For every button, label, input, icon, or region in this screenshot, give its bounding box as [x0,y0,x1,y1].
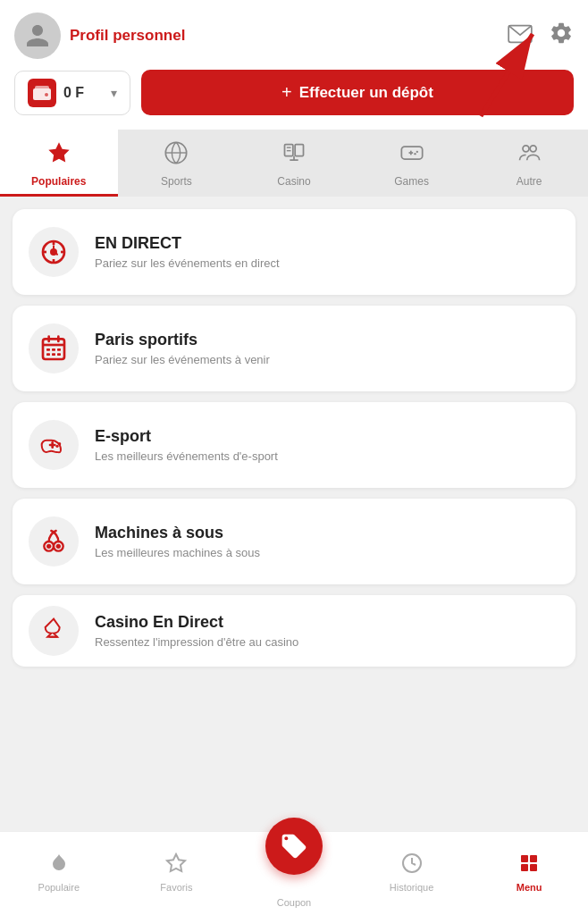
casino-direct-title: Casino En Direct [95,613,298,632]
profile-label[interactable]: Profil personnel [70,27,185,45]
bottom-menu-icon [518,852,540,879]
machines-text: Machines à sous Les meilleures machines … [95,524,260,559]
esport-subtitle: Les meilleurs événements d'e-sport [95,449,278,463]
coupon-button[interactable] [265,818,323,875]
wallet-icon [28,79,56,107]
tab-games[interactable]: Games [353,130,471,197]
sports-icon [164,140,189,172]
menu-card-en-direct[interactable]: EN DIRECT Pariez sur les événements en d… [13,209,575,295]
tab-sports-label: Sports [161,175,192,188]
deposit-plus: + [281,82,292,103]
header-left: Profil personnel [14,13,185,59]
deposit-label: Effectuer un dépôt [299,84,433,102]
svg-point-37 [55,445,58,448]
deposit-button[interactable]: + Effectuer un dépôt [141,70,574,115]
header: Profil personnel [0,0,588,70]
svg-rect-8 [295,145,303,156]
esport-icon-circle [29,420,79,470]
tab-populaires-label: Populaires [31,175,86,188]
bottom-nav-populaire[interactable]: Populaire [0,852,118,893]
bottom-menu-label: Menu [517,882,542,893]
menu-card-paris-sportifs[interactable]: Paris sportifs Pariez sur les événements… [13,306,575,391]
bottom-populaire-icon [48,852,70,879]
casino-direct-subtitle: Ressentez l'impression d'être au casino [95,635,298,649]
svg-rect-47 [530,864,537,871]
bottom-nav-menu[interactable]: Menu [470,852,588,893]
paris-sportifs-subtitle: Pariez sur les événements à venir [95,353,270,366]
svg-rect-31 [46,353,50,356]
esport-title: E-sport [95,427,278,446]
tab-autre[interactable]: Autre [470,130,588,197]
tab-populaires[interactable]: Populaires [0,130,118,197]
menu-card-machines[interactable]: Machines à sous Les meilleures machines … [13,499,575,584]
main-content: EN DIRECT Pariez sur les événements en d… [0,197,588,679]
paris-sportifs-icon-circle [29,323,79,374]
casino-direct-icon-circle [29,606,79,656]
svg-rect-46 [521,864,528,871]
bottom-favoris-icon [165,852,187,879]
balance-box[interactable]: 0 F ▾ [14,71,130,115]
bottom-populaire-label: Populaire [38,882,80,893]
bottom-nav-coupon[interactable]: Coupon [235,818,353,888]
esport-text: E-sport Les meilleurs événements d'e-spo… [95,427,278,463]
svg-rect-29 [52,348,55,351]
mail-icon[interactable] [508,22,533,50]
svg-point-41 [56,544,61,549]
games-icon [399,140,424,172]
casino-direct-text: Casino En Direct Ressentez l'impression … [95,613,298,649]
svg-point-36 [58,442,61,445]
bottom-nav: Populaire Favoris Coupon Historique [0,831,588,915]
balance-amount: 0 F [63,85,104,101]
svg-rect-28 [46,348,50,351]
machines-icon-circle [29,516,79,567]
en-direct-title: EN DIRECT [95,234,280,253]
machines-title: Machines à sous [95,524,260,542]
svg-rect-45 [530,855,537,862]
bottom-nav-historique[interactable]: Historique [353,852,471,893]
svg-rect-30 [57,348,61,351]
avatar[interactable] [14,13,61,59]
bottom-historique-icon [401,852,423,879]
en-direct-text: EN DIRECT Pariez sur les événements en d… [95,234,280,270]
bottom-favoris-label: Favoris [160,882,192,893]
tab-sports[interactable]: Sports [118,130,236,197]
populaires-icon [46,140,71,172]
svg-point-17 [530,146,536,152]
paris-sportifs-text: Paris sportifs Pariez sur les événements… [95,331,270,366]
tab-games-label: Games [394,175,429,188]
svg-point-16 [523,146,529,152]
en-direct-subtitle: Pariez sur les événements en direct [95,256,280,270]
menu-card-esport[interactable]: E-sport Les meilleurs événements d'e-spo… [13,402,575,488]
svg-rect-32 [52,353,55,356]
menu-card-casino-direct[interactable]: Casino En Direct Ressentez l'impression … [13,595,575,667]
paris-sportifs-title: Paris sportifs [95,331,270,349]
tab-autre-label: Autre [517,175,542,188]
bottom-coupon-label: Coupon [277,897,312,908]
nav-tabs: Populaires Sports Casino [0,130,588,197]
svg-point-14 [416,151,417,153]
svg-point-15 [414,153,416,155]
en-direct-icon-circle [29,227,79,277]
bottom-historique-label: Historique [390,882,434,893]
autre-icon [517,140,542,172]
header-icons [508,21,574,52]
svg-rect-33 [57,353,61,356]
machines-subtitle: Les meilleures machines à sous [95,546,260,559]
tab-casino[interactable]: Casino [235,130,353,197]
tab-casino-label: Casino [277,175,310,188]
svg-point-40 [46,544,51,549]
settings-icon[interactable] [549,21,574,52]
svg-marker-42 [167,854,185,871]
balance-row: 0 F ▾ + Effectuer un dépôt [0,70,588,130]
casino-icon [281,140,307,172]
svg-rect-44 [521,855,528,862]
balance-chevron: ▾ [111,86,117,100]
bottom-nav-favoris[interactable]: Favoris [118,852,236,893]
